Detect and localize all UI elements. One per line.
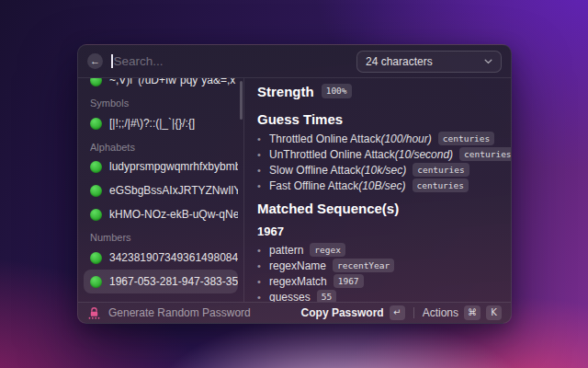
search-area [111,54,348,68]
password-text: eGSbgBssAIxJRTYZNwIlYUYN [109,184,238,197]
matched-sequences-heading: Matched Sequence(s) [257,200,498,216]
matched-detail-row: • guesses 55 [257,289,498,302]
bullet-icon: • [257,245,263,256]
detail-value-badge: 1967 [334,274,364,289]
green-dot-icon [90,252,102,264]
strength-row: Strength 100% [257,83,498,99]
attack-rate: (10B/sec) [358,179,405,192]
password-list-item[interactable]: ludyprsmpgwqmrhfxbybmbtz [84,155,238,178]
bullet-icon: • [257,149,263,160]
attack-name: Slow Offline Attack [269,164,361,177]
time-badge: centuries [438,132,494,146]
time-badge: centuries [459,147,511,162]
password-text: ~,V)l˜'(/uD+Iw˜pqy˜ya&=,x [109,78,235,86]
attack-rate: (10/second) [395,148,453,161]
password-text: [|!;;/|#\)?::(|_`|{}/:{] [109,117,195,130]
footer-separator [413,307,414,318]
matched-detail-row: • regexName recentYear [257,258,498,273]
password-text: kHMO-NOz-ekB-uQw-qNe-YGK [109,208,238,221]
dropdown-value: 24 characters [366,55,433,68]
password-generator-window: ← 24 characters ~,V)l˜'(/uD+Iw˜pqy˜ya&=,… [77,44,512,324]
detail-pane: Strength 100% Guess Times • Throttled On… [244,78,511,302]
guess-time-row: • Fast Offline Attack(10B/sec) centuries [257,178,498,193]
bullet-icon: • [257,276,263,287]
back-arrow-icon: ← [90,56,100,66]
attack-rate: (100/hour) [380,132,431,145]
detail-value-badge: recentYear [333,259,394,273]
password-lock-icon [87,307,101,319]
password-list-item[interactable]: eGSbgBssAIxJRTYZNwIlYUYN [84,178,238,202]
detail-label: pattern [269,244,303,257]
action-bar: Generate Random Password Copy Password ↵… [78,302,511,323]
detail-value-badge: 55 [317,290,336,302]
search-input[interactable] [114,54,349,68]
bullet-icon: • [257,292,263,303]
scrollbar-thumb[interactable] [240,81,243,120]
copy-password-label: Copy Password [301,306,384,319]
time-badge: centuries [413,178,469,193]
bullet-icon: • [257,165,263,176]
password-text: 1967-053-281-947-383-359 [109,275,238,288]
guess-times-heading: Guess Times [257,110,498,127]
bullet-icon: • [257,180,263,191]
guess-time-row: • Throttled Online Attack(100/hour) cent… [257,131,498,146]
password-text: ludyprsmpgwqmrhfxbybmbtz [109,160,238,173]
password-list-item[interactable]: 342381907349361498084378 [84,246,238,270]
guess-time-row: • Slow Offline Attack(10k/sec) centuries [257,162,498,178]
section-label-symbols: Symbols [84,97,238,109]
command-key-icon: ⌘ [464,305,481,320]
top-bar: ← 24 characters [78,45,511,78]
green-dot-icon [90,185,102,197]
matched-detail-row: • pattern regex [257,242,498,258]
password-list: ~,V)l˜'(/uD+Iw˜pqy˜ya&=,x Symbols [|!;;/… [78,78,244,302]
matched-detail-list: • pattern regex • regexName recentYear •… [257,242,498,302]
detail-label: regexName [269,259,326,272]
green-dot-icon [90,78,102,86]
enter-key-icon: ↵ [390,305,405,320]
strength-badge: 100% [322,84,352,98]
password-list-item[interactable]: kHMO-NOz-ekB-uQw-qNe-YGK [84,202,238,226]
attack-name: Throttled Online Attack [269,132,380,145]
chevron-down-icon [484,59,492,64]
strength-heading: Strength [257,84,314,99]
password-list-item[interactable]: ~,V)l˜'(/uD+Iw˜pqy˜ya&=,x [84,78,238,92]
bullet-icon: • [257,133,263,144]
back-button[interactable]: ← [87,53,103,69]
detail-value-badge: regex [310,243,345,258]
time-badge: centuries [413,163,469,178]
matched-token: 1967 [257,224,498,238]
guess-time-row: • UnThrottled Online Attack(10/second) c… [257,146,498,162]
password-list-item-selected[interactable]: 1967-053-281-947-383-359 [84,270,238,293]
section-label-numbers: Numbers [84,231,238,244]
attack-name: UnThrottled Online Attack [269,148,395,161]
detail-label: guesses [269,291,311,303]
attack-rate: (10k/sec) [361,164,406,177]
attack-name: Fast Offline Attack [269,179,358,192]
detail-label: regexMatch [269,275,327,288]
character-length-dropdown[interactable]: 24 characters [356,51,502,73]
section-label-alphabets: Alphabets [84,141,238,154]
password-text: 342381907349361498084378 [109,251,238,264]
green-dot-icon [90,161,102,173]
generate-password-label: Generate Random Password [108,306,251,319]
bullet-icon: • [257,260,263,271]
green-dot-icon [90,276,102,288]
actions-button[interactable]: Actions ⌘ K [423,305,502,320]
matched-detail-row: • regexMatch 1967 [257,273,498,289]
text-caret [111,54,113,68]
k-key-icon: K [486,305,502,320]
main-content: ~,V)l˜'(/uD+Iw˜pqy˜ya&=,x Symbols [|!;;/… [78,78,511,302]
password-list-item[interactable]: [|!;;/|#\)?::(|_`|{}/:{] [84,111,238,135]
green-dot-icon [90,118,102,130]
actions-label: Actions [423,306,458,319]
copy-password-button[interactable]: Copy Password ↵ [301,305,405,320]
guess-times-list: • Throttled Online Attack(100/hour) cent… [257,131,498,193]
green-dot-icon [90,209,102,221]
